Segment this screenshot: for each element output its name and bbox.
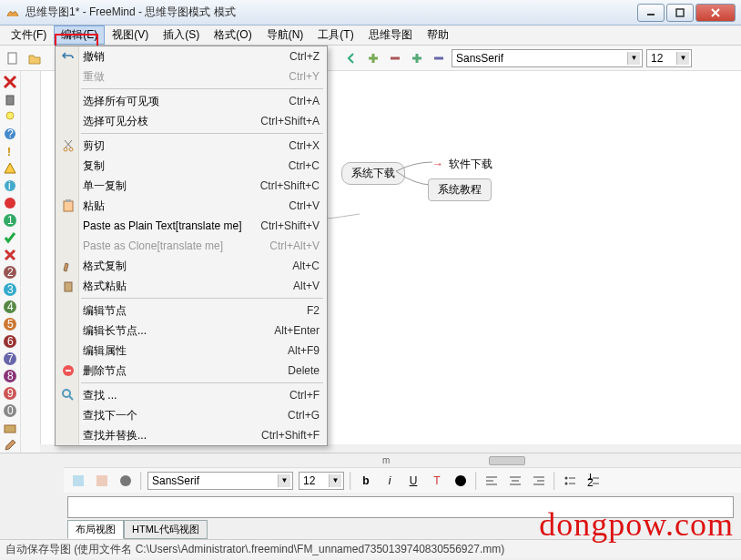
num9-icon[interactable]: 9 (3, 386, 17, 401)
menu-row-22[interactable]: 查找并替换...Ctrl+Shift+F (56, 425, 327, 445)
color-picker-icon[interactable] (452, 472, 470, 490)
svg-rect-39 (96, 475, 107, 486)
menu-item-5[interactable]: 导航(N) (259, 25, 311, 45)
menu-row-1: 重做Ctrl+Y (56, 66, 327, 87)
font-size-combo[interactable]: 12 ▼ (646, 49, 692, 67)
align-left-icon[interactable] (482, 472, 501, 490)
child-node-2[interactable]: 系统教程 (428, 178, 492, 201)
num4-icon[interactable]: 4 (3, 300, 17, 314)
menu-row-shortcut: F2 (307, 304, 320, 317)
menu-row-13[interactable]: 格式粘贴Alt+V (56, 276, 327, 296)
info-icon[interactable]: i (3, 178, 17, 193)
menu-row-shortcut: Alt+C (292, 260, 320, 272)
horizontal-scrollbar[interactable]: m (0, 453, 741, 467)
menu-row-label: 粘贴 (83, 199, 289, 214)
menu-item-2[interactable]: 视图(V) (105, 25, 156, 45)
bulb-icon[interactable] (3, 109, 17, 124)
menu-item-0[interactable]: 文件(F) (4, 25, 54, 45)
num7-icon[interactable]: 7 (3, 351, 17, 366)
help-icon[interactable]: ? (3, 127, 17, 141)
format-size-combo[interactable]: 12 ▼ (299, 472, 344, 490)
undo-icon (61, 49, 76, 64)
folder-icon[interactable] (3, 421, 17, 435)
scrollbar-thumb[interactable] (489, 456, 525, 465)
menu-row-0[interactable]: 撤销Ctrl+Z (56, 46, 327, 66)
menu-item-3[interactable]: 插入(S) (156, 25, 207, 45)
add-plus-icon[interactable] (364, 49, 382, 67)
menu-item-1[interactable]: 编辑(E) (54, 25, 105, 45)
align-center-icon[interactable] (506, 472, 524, 490)
menu-row-shortcut: Ctrl+C (289, 159, 320, 172)
nav-back-icon[interactable] (342, 49, 360, 67)
menu-row-17[interactable]: 编辑属性Alt+F9 (56, 341, 327, 361)
exclaim-icon[interactable]: ! (3, 144, 17, 158)
menu-item-8[interactable]: 帮助 (420, 25, 456, 45)
italic-icon[interactable]: i (381, 472, 399, 490)
add-plus2-icon[interactable] (408, 49, 426, 67)
tab-0[interactable]: 布局视图 (67, 520, 124, 539)
align-right-icon[interactable] (530, 472, 548, 490)
tool-c-icon[interactable] (117, 472, 135, 490)
svg-point-40 (120, 475, 131, 486)
menu-item-4[interactable]: 格式(O) (207, 25, 259, 45)
menu-row-7[interactable]: 复制Ctrl+C (56, 156, 327, 176)
menu-row-10[interactable]: Paste as Plain Text[translate me]Ctrl+Sh… (56, 216, 327, 236)
menu-item-6[interactable]: 工具(T) (310, 25, 360, 45)
num6-icon[interactable]: 6 (3, 334, 17, 349)
bold-icon[interactable]: b (357, 472, 375, 490)
child-node-1[interactable]: → 软件下载 (432, 157, 492, 172)
num1-icon[interactable]: 1 (3, 213, 17, 228)
menu-item-7[interactable]: 思维导图 (361, 25, 420, 45)
text-color-icon[interactable]: T (428, 472, 446, 490)
svg-rect-49 (66, 199, 71, 202)
cross-icon[interactable] (3, 248, 17, 262)
scroll-label: m (382, 455, 390, 465)
root-node-label: 系统下载 (351, 167, 395, 179)
delete-x-icon[interactable] (3, 75, 17, 89)
stop-icon[interactable] (3, 196, 17, 210)
num3-icon[interactable]: 3 (3, 282, 17, 297)
menu-row-15[interactable]: 编辑节点F2 (56, 300, 327, 321)
check-icon[interactable] (3, 230, 17, 245)
minimize-button[interactable] (637, 4, 665, 22)
close-button[interactable] (695, 4, 736, 22)
format-font-value: SansSerif (152, 474, 199, 487)
menu-row-20[interactable]: 查找 ...Ctrl+F (56, 385, 327, 405)
num5-icon[interactable]: 5 (3, 317, 17, 331)
format-size-value: 12 (303, 474, 315, 487)
pencil-icon[interactable] (3, 438, 17, 453)
menu-row-8[interactable]: 单一复制Ctrl+Shift+C (56, 176, 327, 196)
chevron-down-icon: ▼ (627, 52, 640, 65)
menu-row-3[interactable]: 选择所有可见项Ctrl+A (56, 91, 327, 111)
remove-minus2-icon[interactable] (430, 49, 448, 67)
menu-row-12[interactable]: 格式复制Alt+C (56, 256, 327, 276)
arrow-icon: → (432, 158, 443, 170)
new-file-icon[interactable] (4, 49, 22, 67)
tab-1[interactable]: HTML代码视图 (124, 520, 208, 539)
list-number-icon[interactable]: 12 (584, 472, 603, 490)
tool-b-icon[interactable] (93, 472, 111, 490)
num2-icon[interactable]: 2 (3, 265, 17, 280)
menu-row-4[interactable]: 选择可见分枝Ctrl+Shift+A (56, 111, 327, 131)
svg-point-8 (6, 112, 14, 119)
remove-minus-icon[interactable] (386, 49, 404, 67)
num8-icon[interactable]: 8 (3, 369, 17, 383)
menu-row-21[interactable]: 查找下一个Ctrl+G (56, 405, 327, 425)
list-bullet-icon[interactable] (561, 472, 579, 490)
warning-icon[interactable] (3, 161, 17, 176)
format-font-combo[interactable]: SansSerif ▼ (147, 472, 293, 490)
format-paste-icon (61, 279, 76, 293)
font-family-combo[interactable]: SansSerif ▼ (452, 49, 643, 67)
tool-a-icon[interactable] (69, 472, 87, 490)
menu-row-label: 编辑属性 (83, 343, 288, 359)
open-file-icon[interactable] (25, 49, 44, 67)
menu-row-9[interactable]: 粘贴Ctrl+V (56, 196, 327, 216)
maximize-button[interactable] (666, 4, 694, 22)
menu-row-18[interactable]: 删除节点Delete (56, 361, 327, 381)
num0-icon[interactable]: 0 (3, 403, 17, 418)
trash-icon[interactable] (3, 92, 17, 107)
svg-point-47 (69, 148, 73, 151)
menu-row-16[interactable]: 编辑长节点...Alt+Enter (56, 321, 327, 341)
menu-row-6[interactable]: 剪切Ctrl+X (56, 136, 327, 156)
underline-icon[interactable]: U (404, 472, 422, 490)
